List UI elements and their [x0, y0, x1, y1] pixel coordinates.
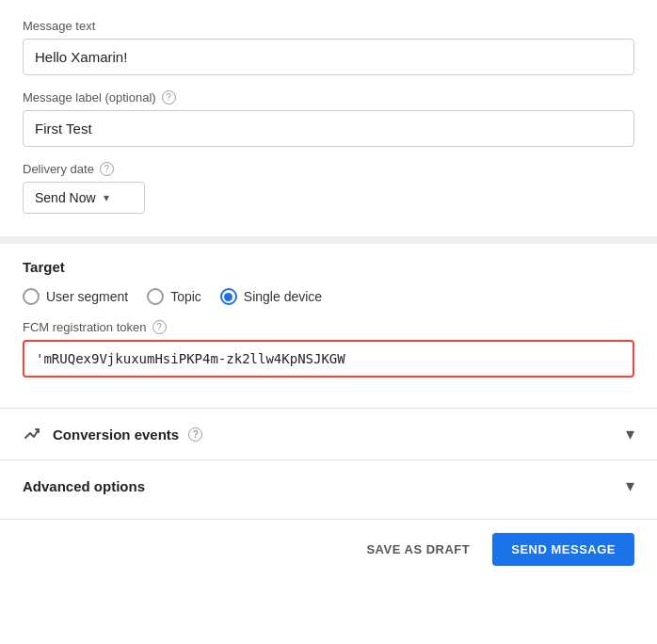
radio-label-user-segment: User segment [46, 289, 128, 304]
message-label-input[interactable] [23, 110, 634, 147]
target-section: Target User segment Topic Single device … [0, 244, 657, 408]
footer: SAVE AS DRAFT SEND MESSAGE [0, 519, 657, 579]
fcm-help-icon[interactable]: ? [152, 320, 167, 334]
delivery-date-value: Send Now [35, 190, 96, 205]
label-text: Message text [23, 19, 95, 33]
advanced-options-header[interactable]: Advanced options ▾ [23, 460, 634, 511]
label-text: Delivery date [23, 162, 94, 176]
message-label-group: Message label (optional) ? [23, 90, 634, 147]
radio-topic[interactable]: Topic [147, 288, 201, 305]
conversion-events-chevron-icon: ▾ [626, 424, 634, 444]
fcm-token-group: FCM registration token ? [23, 320, 634, 378]
label-text: Message label (optional) [23, 90, 156, 105]
save-as-draft-button[interactable]: SAVE AS DRAFT [355, 535, 481, 564]
advanced-options-label: Advanced options [23, 478, 145, 494]
fcm-token-input[interactable] [23, 340, 634, 378]
message-text-label: Message text [23, 19, 634, 33]
send-message-button[interactable]: SEND MESSAGE [492, 533, 634, 566]
radio-circle-single-device [220, 288, 237, 305]
target-section-title: Target [23, 259, 634, 275]
conversion-events-left: Conversion events ? [23, 424, 202, 444]
advanced-options-section: Advanced options ▾ [0, 459, 657, 511]
delivery-date-label: Delivery date ? [23, 162, 634, 176]
conversion-events-label: Conversion events [53, 427, 179, 443]
message-label-help-icon[interactable]: ? [162, 90, 176, 105]
radio-label-single-device: Single device [244, 289, 322, 304]
radio-single-device[interactable]: Single device [220, 288, 322, 305]
fcm-token-label: FCM registration token ? [23, 320, 634, 334]
chevron-down-icon: ▾ [104, 191, 109, 204]
conversion-events-section: Conversion events ? ▾ [0, 408, 657, 459]
delivery-date-help-icon[interactable]: ? [100, 162, 114, 176]
conversion-events-header[interactable]: Conversion events ? ▾ [23, 409, 634, 459]
conversion-events-icon [23, 424, 43, 444]
advanced-options-left: Advanced options [23, 478, 145, 494]
radio-user-segment[interactable]: User segment [23, 288, 128, 305]
message-label-label: Message label (optional) ? [23, 90, 634, 105]
message-text-group: Message text [23, 19, 634, 75]
target-radio-group: User segment Topic Single device [23, 288, 634, 305]
fcm-label-text: FCM registration token [23, 320, 147, 334]
radio-circle-topic [147, 288, 164, 305]
delivery-date-group: Delivery date ? Send Now ▾ [23, 162, 634, 214]
radio-label-topic: Topic [170, 289, 201, 304]
advanced-options-chevron-icon: ▾ [626, 475, 634, 496]
conversion-events-help-icon[interactable]: ? [188, 427, 202, 442]
radio-circle-user-segment [23, 288, 40, 305]
message-text-input[interactable] [23, 39, 634, 75]
delivery-date-dropdown[interactable]: Send Now ▾ [23, 182, 145, 214]
